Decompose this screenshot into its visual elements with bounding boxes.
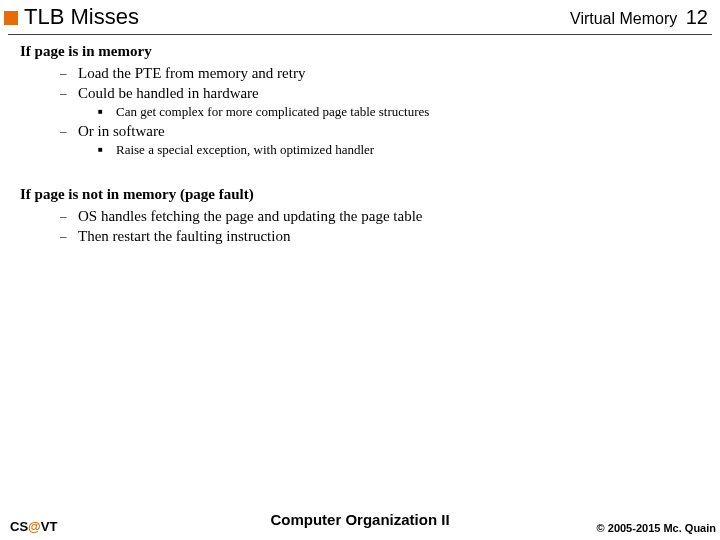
- list-item: ■ Can get complex for more complicated p…: [98, 104, 720, 120]
- dash-bullet-icon: –: [60, 122, 78, 140]
- header-right: Virtual Memory 12: [570, 6, 716, 29]
- slide-title: TLB Misses: [24, 4, 139, 30]
- dash-bullet-icon: –: [60, 64, 78, 82]
- accent-square-icon: [4, 11, 18, 25]
- list-item-text: Raise a special exception, with optimize…: [116, 142, 374, 158]
- heading-prefix: If page is: [20, 186, 82, 202]
- dash-bullet-icon: –: [60, 84, 78, 102]
- section2-heading: If page is not in memory (page fault): [20, 186, 720, 203]
- slide-header: TLB Misses Virtual Memory 12: [0, 0, 720, 30]
- dash-bullet-icon: –: [60, 207, 78, 225]
- topic-label: Virtual Memory: [570, 10, 677, 27]
- heading-suffix: in memory (page fault): [103, 186, 254, 202]
- list-item: – Then restart the faulting instruction: [60, 227, 720, 245]
- list-item: – OS handles fetching the page and updat…: [60, 207, 720, 225]
- list-item-text: Then restart the faulting instruction: [78, 227, 290, 245]
- square-bullet-icon: ■: [98, 104, 116, 120]
- list-item-text: Could be handled in hardware: [78, 84, 259, 102]
- footer-center: Computer Organization II: [270, 511, 449, 528]
- footer-at: @: [28, 519, 41, 534]
- page-number: 12: [686, 6, 708, 28]
- square-bullet-icon: ■: [98, 142, 116, 158]
- dash-bullet-icon: –: [60, 227, 78, 245]
- footer-right: © 2005-2015 Mc. Quain: [597, 522, 716, 534]
- list-item: – Load the PTE from memory and retry: [60, 64, 720, 82]
- list-item: ■ Raise a special exception, with optimi…: [98, 142, 720, 158]
- list-item-text: OS handles fetching the page and updatin…: [78, 207, 422, 225]
- footer-left: CS@VT: [10, 519, 57, 534]
- list-item-text: Load the PTE from memory and retry: [78, 64, 305, 82]
- list-item-text: Or in software: [78, 122, 165, 140]
- heading-em: not: [82, 186, 103, 202]
- footer-vt: VT: [41, 519, 58, 534]
- list-item: – Or in software: [60, 122, 720, 140]
- slide-content: If page is in memory – Load the PTE from…: [0, 35, 720, 245]
- list-item: – Could be handled in hardware: [60, 84, 720, 102]
- list-item-text: Can get complex for more complicated pag…: [116, 104, 429, 120]
- section1-heading: If page is in memory: [20, 43, 720, 60]
- footer-cs: CS: [10, 519, 28, 534]
- slide-footer: CS@VT Computer Organization II © 2005-20…: [0, 519, 720, 534]
- slide: TLB Misses Virtual Memory 12 If page is …: [0, 0, 720, 540]
